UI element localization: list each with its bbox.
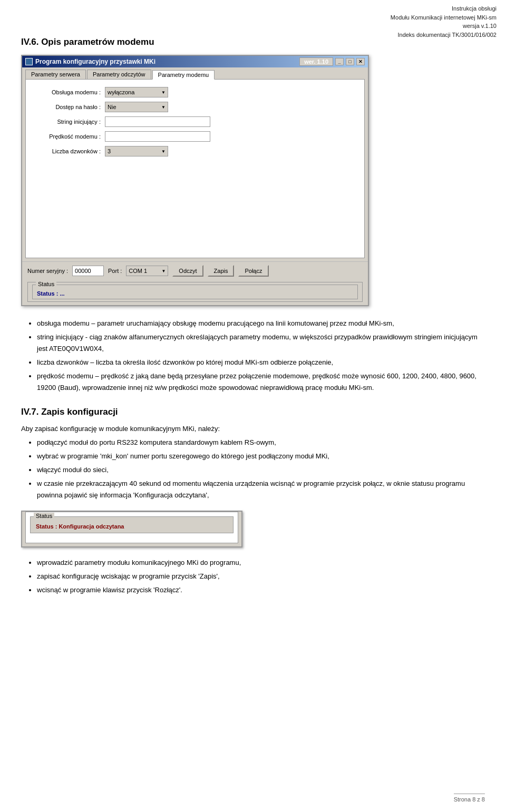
- header-line3: wersja v.1.10: [391, 22, 497, 31]
- dialog-tabs: Parametry serwera Parametry odczytów Par…: [22, 67, 368, 79]
- form-row-string: String inicjujący :: [31, 116, 359, 127]
- header-line4: Indeks dokumentacji TK/3001/016/002: [391, 31, 497, 40]
- page-content: IV.6. Opis parametrów modemu Program kon…: [0, 21, 506, 637]
- port-select-value: COM 1: [129, 268, 147, 274]
- section7: IV.7. Zapis konfiguracji Aby zapisać kon…: [21, 407, 485, 596]
- bullet-item-2-3: w czasie nie przekraczającym 40 sekund o…: [37, 478, 485, 501]
- select-obsługa-value: wyłączona: [108, 89, 134, 95]
- footer-text: Strona 8 z 8: [454, 796, 485, 803]
- bullet-item-2-1: wybrać w programie 'mki_kon' numer portu…: [37, 451, 485, 462]
- section7-heading: IV.7. Zapis konfiguracji: [21, 407, 485, 417]
- bullet-item-2-0: podłączyć moduł do portu RS232 komputera…: [37, 437, 485, 448]
- section7-intro: Aby zapisać konfigurację w module komuni…: [21, 425, 485, 433]
- label-string: String inicjujący :: [31, 119, 105, 125]
- bullet-item-1-2: liczba dzwonków – liczba ta określa iloś…: [37, 357, 485, 368]
- tab-parametry-modemu[interactable]: Parametry modemu: [152, 70, 215, 80]
- header-line1: Instrukcja obsługi: [391, 4, 497, 13]
- select-dostep-value: Nie: [108, 104, 116, 110]
- bullet-item-1-1: string inicjujący - ciąg znaków alfanume…: [37, 331, 485, 355]
- form-row-obsługa: Obsługa modemu : wyłączona ▼: [31, 87, 359, 97]
- port-label: Port :: [108, 268, 122, 274]
- tab-parametry-odczytow[interactable]: Parametry odczytów: [87, 70, 151, 79]
- select-dzwonki-value: 3: [108, 148, 111, 154]
- bullet-list-2: podłączyć moduł do portu RS232 komputera…: [37, 437, 485, 501]
- dialog-status-text: Status : ...: [37, 290, 353, 297]
- label-obsługa: Obsługa modemu :: [31, 89, 105, 95]
- input-string[interactable]: [105, 116, 210, 127]
- dialog-status-legend: Status: [36, 281, 56, 287]
- minimize-button[interactable]: _: [335, 58, 344, 65]
- bullet-list-3: wprowadzić parametry modułu komunikacyjn…: [37, 557, 485, 596]
- dialog-title-area: Program konfiguracyjny przystawki MKi: [25, 58, 155, 65]
- select-dostep[interactable]: Nie ▼: [105, 102, 168, 112]
- bullet-item-1-0: obsługa modemu – parametr uruchamiający …: [37, 318, 485, 329]
- small-dialog: Status Status : Konfiguracja odczytana: [21, 511, 242, 547]
- close-button[interactable]: ✕: [356, 58, 365, 65]
- small-status-legend: Status: [34, 513, 54, 519]
- select-dostep-arrow: ▼: [161, 105, 166, 110]
- small-status-text: Status : Konfiguracja odczytana: [36, 523, 228, 530]
- page-header: Instrukcja obsługi Modułu Komunikacji in…: [391, 4, 497, 39]
- label-dzwonki: Liczba dzwonków :: [31, 148, 105, 154]
- form-row-predkosc: Prędkość modemu :: [31, 131, 359, 142]
- dialog-title-icon: [25, 58, 33, 65]
- dialog-bottom: Numer seryjny : Port : COM 1 ▼ Odczyt Za…: [22, 261, 368, 280]
- small-status-group: Status Status : Konfiguracja odczytana: [30, 516, 233, 533]
- header-line2: Modułu Komunikacji internetowej MKi-sm: [391, 13, 497, 22]
- form-row-dostep: Dostęp na hasło : Nie ▼: [31, 102, 359, 112]
- bullet-item-3-0: wprowadzić parametry modułu komunikacyjn…: [37, 557, 485, 569]
- tab-parametry-serwera[interactable]: Parametry serwera: [25, 70, 86, 79]
- bullet-item-1-3: prędkość modemu – prędkość z jaką dane b…: [37, 370, 485, 394]
- footer-divider: [454, 794, 485, 794]
- select-dzwonki[interactable]: 3 ▼: [105, 146, 168, 156]
- dialog-status-group: Status Status : ...: [32, 285, 358, 299]
- bullet-item-3-1: zapisać konfigurację wciskając w program…: [37, 571, 485, 582]
- port-select-arrow: ▼: [161, 269, 166, 273]
- main-dialog: Program konfiguracyjny przystawki MKi we…: [21, 55, 369, 306]
- label-predkosc: Prędkość modemu :: [31, 133, 105, 140]
- bullet-list-1: obsługa modemu – parametr uruchamiający …: [37, 318, 485, 394]
- polacz-button[interactable]: Połącz: [238, 265, 268, 277]
- dialog-titlebar: Program konfiguracyjny przystawki MKi we…: [22, 56, 368, 67]
- select-obsługa-arrow: ▼: [161, 90, 166, 95]
- serial-label: Numer seryjny :: [27, 268, 68, 274]
- input-predkosc[interactable]: [105, 131, 210, 142]
- bullet-item-3-2: wcisnąć w programie klawisz przycisk 'Ro…: [37, 584, 485, 596]
- serial-input[interactable]: [72, 266, 104, 276]
- dialog-body: Obsługa modemu : wyłączona ▼ Dostęp na h…: [25, 79, 365, 258]
- select-obsługa[interactable]: wyłączona ▼: [105, 87, 168, 97]
- select-dzwonki-arrow: ▼: [161, 149, 166, 154]
- page-footer: Strona 8 z 8: [454, 794, 485, 803]
- dialog-title-right: wer. 1.10 _ □ ✕: [299, 57, 365, 66]
- label-dostep: Dostęp na hasło :: [31, 104, 105, 110]
- dialog-status-box: Status Status : ...: [27, 282, 363, 302]
- bullet-item-2-2: włączyć moduł do sieci,: [37, 464, 485, 476]
- maximize-button[interactable]: □: [346, 58, 354, 65]
- small-dialog-body: Status Status : Konfiguracja odczytana: [25, 512, 238, 543]
- zapis-button[interactable]: Zapis: [208, 265, 235, 277]
- odczyt-button[interactable]: Odczyt: [172, 265, 203, 277]
- port-select[interactable]: COM 1 ▼: [126, 266, 168, 276]
- form-row-dzwonki: Liczba dzwonków : 3 ▼: [31, 146, 359, 156]
- ver-badge: wer. 1.10: [299, 57, 333, 66]
- dialog-title-text: Program konfiguracyjny przystawki MKi: [35, 58, 155, 65]
